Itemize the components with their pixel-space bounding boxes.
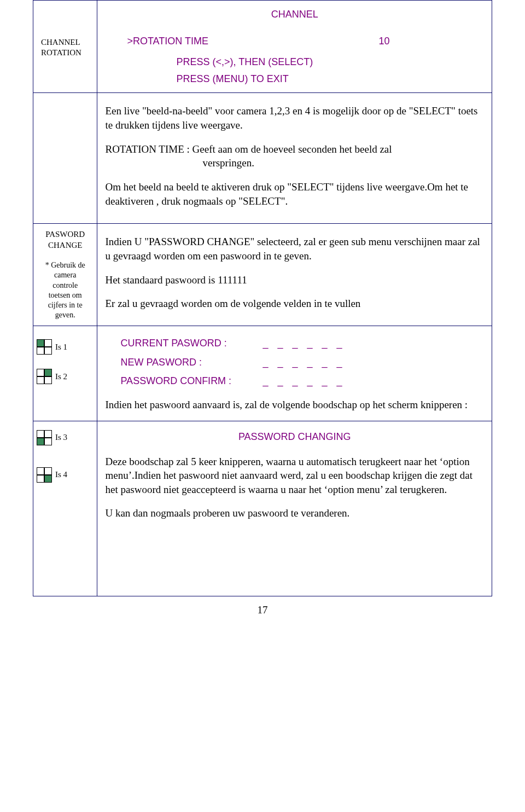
r2-p3: Om het beeld na beeld te aktiveren druk … xyxy=(105,180,484,208)
r2-p1: Een live "beeld-na-beeld" voor camera 1,… xyxy=(105,104,484,132)
quad-4-icon xyxy=(37,467,52,483)
quad-3-wrap: Is 3 xyxy=(37,430,94,445)
side-channel: CHANNEL xyxy=(41,37,89,48)
quad-2-label: Is 2 xyxy=(55,372,67,381)
side-note: * Gebruik de camera controle toetsen om … xyxy=(41,260,89,320)
pw-new-dashes: _ _ _ _ _ _ xyxy=(262,353,345,372)
pw-current-label: CURRENT PASWORD : xyxy=(120,334,262,352)
cell-left-4: Is 1 Is 2 xyxy=(33,326,97,421)
r2-p2b: verspringen. xyxy=(202,156,484,170)
side-change: CHANGE xyxy=(41,240,89,251)
cell-left-5: Is 3 Is 4 xyxy=(33,421,97,596)
disp-rotation-label: >ROTATION TIME xyxy=(127,33,208,50)
page: CHANNEL ROTATION CHANNEL >ROTATION TIME … xyxy=(0,0,525,638)
r4-p1: Indien het paswoord aanvaard is, zal de … xyxy=(105,398,484,412)
quad-1-label: Is 1 xyxy=(55,343,67,352)
cell-right-5: PASSWORD CHANGING Deze boodschap zal 5 k… xyxy=(97,421,492,596)
quad-2-icon xyxy=(37,369,52,384)
cell-right-4: CURRENT PASWORD : _ _ _ _ _ _ NEW PASWOR… xyxy=(97,326,492,421)
r5-p2: U kan dan nogmaals proberen uw paswoord … xyxy=(105,506,484,520)
cell-right-3: Indien U "PASSWORD CHANGE" selecteerd, z… xyxy=(97,224,492,326)
disp-press-1: PRESS (<,>), THEN (SELECT) xyxy=(176,54,484,71)
cell-left-2 xyxy=(33,93,97,224)
quad-4-label: Is 4 xyxy=(55,470,67,479)
quad-1-wrap: Is 1 xyxy=(37,339,94,355)
quad-4-wrap: Is 4 xyxy=(37,467,94,483)
disp-press-2: PRESS (MENU) TO EXIT xyxy=(176,71,484,88)
disp-rotation-value: 10 xyxy=(378,33,389,50)
cell-left-3: PASWORD CHANGE * Gebruik de camera contr… xyxy=(33,224,97,326)
quad-3-icon xyxy=(37,430,52,445)
r5-p1: Deze boodschap zal 5 keer knipperen, waa… xyxy=(105,455,484,497)
disp-channel: CHANNEL xyxy=(105,6,484,23)
page-number: 17 xyxy=(33,604,492,616)
pw-confirm-label: PASSWORD CONFIRM : xyxy=(120,372,262,390)
quad-1-icon xyxy=(37,339,52,355)
cell-right-2: Een live "beeld-na-beeld" voor camera 1,… xyxy=(97,93,492,224)
pw-new-label: NEW PASWORD : xyxy=(120,353,262,372)
pw-confirm-dashes: _ _ _ _ _ _ xyxy=(262,372,345,390)
pw-current-dashes: _ _ _ _ _ _ xyxy=(262,334,345,352)
quad-3-label: Is 3 xyxy=(55,433,67,442)
cell-right-1: CHANNEL >ROTATION TIME 10 PRESS (<,>), T… xyxy=(97,1,492,93)
r3-p1: Indien U "PASSWORD CHANGE" selecteerd, z… xyxy=(105,235,484,263)
side-pasword: PASWORD xyxy=(41,229,89,240)
r3-p3: Er zal u gevraagd worden om de volgende … xyxy=(105,297,484,311)
r3-p2: Het standaard paswoord is 111111 xyxy=(105,273,484,287)
pw-changing: PASSWORD CHANGING xyxy=(105,431,484,443)
main-grid: CHANNEL ROTATION CHANNEL >ROTATION TIME … xyxy=(33,0,492,596)
cell-left-1: CHANNEL ROTATION xyxy=(33,1,97,93)
quad-2-wrap: Is 2 xyxy=(37,369,94,384)
side-rotation: ROTATION xyxy=(41,48,89,59)
r2-p2a: ROTATION TIME : Geeft aan om de hoeveel … xyxy=(105,142,484,156)
